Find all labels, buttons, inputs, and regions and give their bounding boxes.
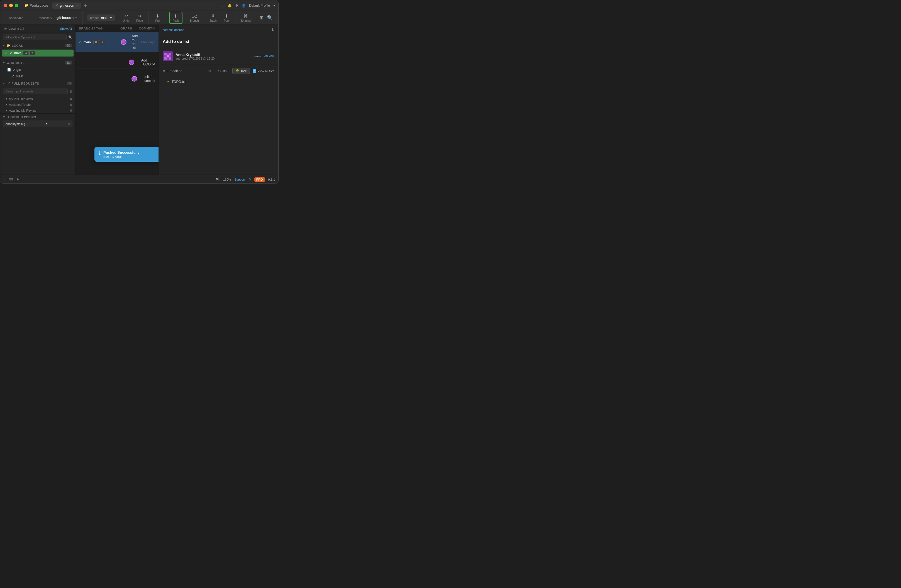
stash-icon: ⬇ <box>211 13 215 19</box>
layout-icon[interactable]: ⊞ <box>260 15 263 20</box>
local-section-left[interactable]: ▾ 📂 LOCAL <box>3 44 23 47</box>
toolbar: workspace + repository › git-lesson ▾ br… <box>0 11 278 25</box>
show-all-button[interactable]: Show All <box>60 27 72 30</box>
branch-selector[interactable]: branch main ▾ <box>87 14 115 21</box>
minimize-traffic-light[interactable] <box>9 4 13 7</box>
list-view-icon[interactable]: ≡ <box>4 178 5 181</box>
pr-section-header[interactable]: ▾ ⎇ PULL REQUESTS 0 <box>0 80 75 87</box>
remote-section-left[interactable]: ▾ ☁ REMOTE <box>3 61 25 65</box>
settings-icon[interactable]: ⚙ <box>235 4 238 8</box>
branch-btn-section: ⎇ Branch <box>185 11 204 25</box>
undo-button[interactable]: ↩ Undo <box>120 12 133 23</box>
toast-notification: ℹ Pushed Successfully main to origin × <box>94 147 159 162</box>
view-all-files[interactable]: ✓ View all files <box>253 69 274 73</box>
issues-filter-icon[interactable]: ⊕ <box>67 122 70 126</box>
avatar-image <box>163 51 173 61</box>
pr-count-badge: 0 <box>67 82 72 85</box>
file-item-todo[interactable]: ✏ TODO.txt <box>167 78 271 85</box>
issues-section-header[interactable]: ▾ ⊙ GITHUB ISSUES <box>3 115 72 121</box>
collapse-icon[interactable]: ⌄ <box>221 4 224 8</box>
commit-row-2[interactable]: Initial commit <box>75 73 159 85</box>
remote-section-header[interactable]: ▾ ☁ REMOTE 1/1 <box>0 59 75 66</box>
toast-content: Pushed Successfully main to origin <box>103 150 159 159</box>
pop-label: Pop <box>224 19 229 22</box>
graph-settings-icon[interactable]: ⚙ <box>152 26 155 30</box>
issues-github-icon: ⊙ <box>6 115 9 119</box>
stash-button[interactable]: ⬇ Stash <box>206 12 220 23</box>
pop-button[interactable]: ⬆ Pop <box>220 12 233 23</box>
profile-chevron-icon: ▾ <box>273 4 275 8</box>
pull-button[interactable]: ⬇ Pull <box>151 12 164 23</box>
awaiting-review-item[interactable]: ▾ Awaiting My Review 0 <box>0 107 75 113</box>
pr-filter-icon[interactable]: ⊕ <box>69 89 72 93</box>
commit-row-0[interactable]: ✓ main 🖥 🖱 Add to do list 1 hour ago <box>75 32 159 52</box>
graph-line-0 <box>75 52 159 56</box>
viewing-info: 👁 Viewing 2/2 <box>4 27 24 30</box>
assigned-to-me-item[interactable]: ▾ Assigned To Me 0 <box>0 102 75 107</box>
toast-title: Pushed Successfully <box>103 150 159 154</box>
tab-git-lesson[interactable]: ⎇ git-lesson × <box>52 3 81 9</box>
commit-hash: commit: dac08e <box>163 28 184 31</box>
awaiting-chevron-icon: ▾ <box>6 109 8 112</box>
branch-section: branch main ▾ <box>83 11 117 25</box>
push-section: ⬆ Push <box>167 11 185 25</box>
push-button[interactable]: ⬆ Push <box>169 12 182 24</box>
workspace-add-button[interactable]: + <box>25 16 27 20</box>
svg-rect-9 <box>167 58 169 59</box>
view-all-checkbox[interactable]: ✓ <box>253 69 256 73</box>
profile-label[interactable]: Default Profile <box>249 4 270 8</box>
my-pr-label: My Pull Requests <box>9 97 70 101</box>
titlebar: 📁 Workspaces ⎇ git-lesson × + ⌄ 🔔 ⚙ 👤 De… <box>0 0 278 11</box>
view-tabs: ≡ Path 🌳 Tree <box>214 68 249 74</box>
issues-section-left[interactable]: ▾ ⊙ GITHUB ISSUES <box>3 115 36 119</box>
path-tab[interactable]: ≡ Path <box>214 68 229 74</box>
filter-search-icon[interactable]: 🔍 <box>68 35 72 39</box>
my-pull-requests-item[interactable]: ▾ My Pull Requests 0 <box>0 96 75 102</box>
local-label: LOCAL <box>12 44 23 47</box>
redo-button[interactable]: ↪ Redo <box>133 12 146 23</box>
add-tab-button[interactable]: + <box>82 2 89 9</box>
local-folder-icon: 📂 <box>6 44 11 47</box>
branch-button[interactable]: ⎇ Branch <box>187 12 202 23</box>
keyboard-icon[interactable]: ⌨ <box>9 177 13 181</box>
parent-label: parent: <box>253 54 262 58</box>
origin-item[interactable]: 📄 origin <box>0 66 75 73</box>
origin-main-item[interactable]: ⎇ main <box>0 73 75 79</box>
local-section-header[interactable]: ▾ 📂 LOCAL 1/1 <box>0 42 75 49</box>
titlebar-right: ⌄ 🔔 ⚙ 👤 Default Profile ▾ <box>221 4 275 8</box>
remote-label: REMOTE <box>11 61 25 65</box>
terminal-button[interactable]: ⌘ Terminal <box>238 12 254 23</box>
filter-input[interactable] <box>3 34 67 40</box>
workspaces-icon: 📁 <box>25 4 28 7</box>
close-traffic-light[interactable] <box>4 4 7 7</box>
profile-icon[interactable]: 👤 <box>242 4 246 8</box>
graph-area: BRANCH / TAG GRAPH COMMIT ⚙ ✓ main 🖥 🖱 A… <box>75 25 159 174</box>
search-icon[interactable]: 🔍 <box>267 15 273 20</box>
commit-row-1[interactable]: Add TODO.txt <box>75 56 159 69</box>
close-tab-icon[interactable]: × <box>77 4 79 7</box>
local-main-branch[interactable]: ✓ ⎇ main 🖥 🖱 <box>2 50 73 56</box>
notification-icon[interactable]: 🔔 <box>228 4 232 8</box>
sidebar-header: 👁 Viewing 2/2 Show All <box>0 25 75 33</box>
download-icon[interactable]: ⬇ <box>271 28 274 32</box>
branch-tag-desktop: 🖥 <box>23 51 29 55</box>
support-link[interactable]: Support <box>234 178 245 181</box>
maximize-traffic-light[interactable] <box>15 4 19 7</box>
pr-search-input[interactable] <box>3 89 68 94</box>
pr-section-left[interactable]: ▾ ⎇ PULL REQUESTS <box>3 82 39 85</box>
tree-tab[interactable]: 🌳 Tree <box>232 68 249 74</box>
sort-button[interactable]: ⇅ <box>208 69 212 73</box>
issues-label: GITHUB ISSUES <box>10 115 36 119</box>
github-issues-section: ▾ ⊙ GITHUB ISSUES annakrystalli/g... ▾ ⊕ <box>0 113 75 129</box>
workspace-label: workspace <box>9 16 23 20</box>
gift-icon[interactable]: ⊕ <box>16 177 19 181</box>
commit-branch-icons-0: 🖥 🖱 <box>94 40 105 44</box>
commit-dot-2 <box>131 76 137 82</box>
issues-dropdown[interactable]: annakrystalli/g... ▾ ⊕ <box>3 121 72 127</box>
tab-workspaces[interactable]: 📁 Workspaces <box>22 3 51 9</box>
remote-cloud-icon: ☁ <box>6 61 10 65</box>
terminal-label: Terminal <box>240 19 251 22</box>
viewing-count: Viewing 2/2 <box>8 27 24 30</box>
author-avatar <box>163 51 173 61</box>
repo-name[interactable]: git-lesson <box>56 16 73 20</box>
